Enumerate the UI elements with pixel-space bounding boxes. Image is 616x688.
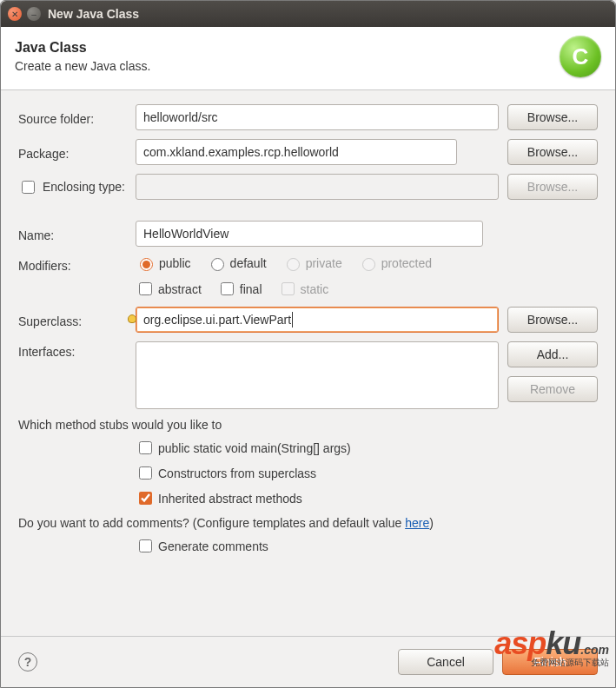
interfaces-label: Interfaces: [18,341,127,359]
stub-main-checkbox[interactable] [139,441,152,454]
interfaces-list[interactable] [136,341,499,409]
name-input[interactable] [136,221,483,247]
modifier-protected-label: protected [381,256,432,270]
dialog-footer: ? Cancel Finish [1,636,615,687]
window-buttons: ✕ – [8,7,41,21]
dialog-content: Source folder: Browse... Package: Browse… [1,90,615,636]
add-interface-button[interactable]: Add... [507,341,598,367]
superclass-value: org.eclipse.ui.part.ViewPart [143,313,291,327]
package-label: Package: [18,143,127,161]
class-icon: C [560,36,601,77]
modifier-abstract-checkbox[interactable] [139,282,152,295]
page-subtitle: Create a new Java class. [15,59,150,73]
name-label: Name: [18,225,127,242]
close-icon[interactable]: ✕ [8,7,22,21]
comments-question: Do you want to add comments? (Configure … [18,516,598,530]
modifiers-label: Modifiers: [18,255,127,273]
browse-superclass-button[interactable]: Browse... [507,307,598,333]
browse-enclosing-button: Browse... [507,174,598,200]
text-caret [292,312,293,327]
modifier-static-checkbox [282,282,295,295]
modifier-default-label: default [230,256,267,270]
minimize-icon[interactable]: – [27,7,41,21]
modifier-protected-radio [362,258,375,271]
stub-inherited-label: Inherited abstract methods [158,492,302,506]
modifier-public-label: public [159,256,191,270]
browse-package-button[interactable]: Browse... [507,139,598,165]
modifier-final-checkbox[interactable] [221,282,234,295]
dialog-header: Java Class Create a new Java class. C [1,27,615,90]
window-title: New Java Class [48,7,139,21]
stub-constructors-checkbox[interactable] [139,466,152,480]
stubs-question: Which method stubs would you like to [18,418,598,432]
finish-button[interactable]: Finish [502,649,598,675]
enclosing-type-label: Enclosing type: [43,180,125,194]
modifier-abstract-label: abstract [158,282,202,296]
superclass-input[interactable]: org.eclipse.ui.part.ViewPart [136,307,499,333]
modifier-final-label: final [240,282,262,296]
modifier-private-label: private [306,256,342,270]
modifier-public-radio[interactable] [140,258,153,271]
superclass-label: Superclass: [18,311,127,328]
source-folder-input[interactable] [136,104,499,130]
configure-templates-link[interactable]: here [405,516,429,530]
generate-comments-checkbox[interactable] [139,539,152,552]
enclosing-type-input [136,174,499,200]
comments-suffix: ) [429,516,434,530]
stub-inherited-checkbox[interactable] [139,492,152,505]
package-input[interactable] [136,139,457,165]
remove-interface-button: Remove [507,376,598,402]
generate-comments-label: Generate comments [158,539,268,553]
modifier-static-label: static [301,282,329,296]
enclosing-type-checkbox[interactable] [22,181,35,194]
comments-prefix: Do you want to add comments? (Configure … [18,516,405,530]
cancel-button[interactable]: Cancel [398,649,493,675]
source-folder-label: Source folder: [18,109,127,126]
lightbulb-icon [128,314,136,323]
modifier-default-radio[interactable] [211,258,224,271]
help-icon[interactable]: ? [18,652,37,671]
dialog-window: ✕ – New Java Class Java Class Create a n… [0,0,616,688]
modifier-private-radio [287,258,300,271]
stub-constructors-label: Constructors from superclass [158,466,316,480]
browse-source-button[interactable]: Browse... [507,104,598,130]
title-bar[interactable]: ✕ – New Java Class [1,1,615,27]
page-title: Java Class [15,40,150,56]
stub-main-label: public static void main(String[] args) [158,441,351,455]
